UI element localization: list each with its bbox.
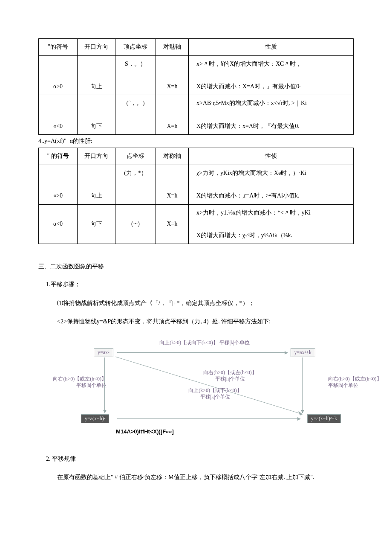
cell-open: 向上 [78, 165, 115, 204]
th-vertex: 顶点坐标 [115, 39, 156, 56]
th-property: 性质 [189, 39, 354, 56]
th-open: 开口方向 [78, 39, 115, 56]
cell-axis: X=h [156, 165, 189, 204]
table-header-row: "的符号 开口方向 顶点坐标 对魅轴 性质 [39, 39, 354, 56]
cell-vertex: (···) [115, 204, 156, 244]
box-bottom-left: y=a(x−h)² [81, 414, 109, 423]
properties-table-1: "的符号 开口方向 顶点坐标 对魅轴 性质 α>0 向上 S，。） X=h x>… [38, 38, 354, 135]
th-open: 开口方向 [78, 148, 115, 165]
cell-open: 向下 [78, 204, 115, 244]
cell-axis: X=h [156, 204, 189, 244]
label-diag-2: 向上(k>0)【或下(k<0)】平移|k|个单位 [179, 387, 251, 401]
table-row: «<0 向下 （ˆ，。） X=h x>ΛB·r,5•Mx的增大而减小：x<√r时… [39, 95, 354, 135]
cell-axis: X=h [156, 95, 189, 135]
step-1-text: ⑴将拊物战解析式转化成顶点式产《「/，『|+*，确定其顶点坐标仅，*）； [57, 298, 354, 308]
cell-property: x>力时，y1.⅛x的增大而减小：*<〃时，yKi X的增大而增大：χ∙⁄∙时，… [189, 204, 354, 244]
th-vertex: 点坐标 [115, 148, 156, 165]
rule-paragraph: 在原有函数的基础上"〃伯正右移·负左移：M值正上移，负下移概括成八个字"左加右减… [38, 472, 354, 482]
label-right-arrow: 向右(h>0)【或左(h<0)】平移|h|个单位 [328, 376, 388, 389]
cell-sign: α<0 [39, 204, 78, 244]
arrow-bottom [117, 418, 300, 419]
box-top-left: y=ax² [94, 348, 113, 357]
table-header-row: " 的符号 开口方向 点坐标 对称轴 性侦 [39, 148, 354, 165]
diagonal-arrow [115, 357, 307, 416]
th-sign: " 的符号 [39, 148, 78, 165]
th-axis: 对称轴 [156, 148, 189, 165]
table-row: α<0 向下 (···) X=h x>力时，y1.⅛x的增大而减小：*<〃时，y… [39, 204, 354, 244]
cell-open: 向下 [78, 95, 115, 135]
cell-vertex: S，。） [115, 55, 156, 95]
step-heading-1: 1.平移步骤； [46, 279, 354, 290]
label-diag-1: 向右(h>0)【或左(h<0)】平移|h|个单位 [194, 369, 266, 383]
translation-diagram: y=ax² y=ax²+k y=a(x−h)² y=a(x−h)²+k 向上(k… [94, 340, 341, 425]
cell-property: x>〃时，¥的X的增大而增大：XC〃时， X的增大而减小：X=A时，」有最小值0… [189, 55, 354, 95]
table-row: α>0 向上 S，。） X=h x>〃时，¥的X的增大而增大：XC〃时， X的增… [39, 55, 354, 95]
cell-axis: X=h [156, 55, 189, 95]
label-left-arrow: 向右(h>0)【或左(h<0)】平移|h|个单位 [47, 376, 107, 389]
arrow-top [117, 352, 288, 353]
cell-vertex: (力，*） [115, 165, 156, 204]
table-row: «>0 向上 (力，*） X=h χ>力时，yKix的增大而增大：Xe时，）·K… [39, 165, 354, 204]
diagram-caption: M14A>0)ItfHt<X))]F»»] [89, 428, 200, 435]
cell-property: x>ΛB·r,5•Mx的增大而减小：x<√r时, >｜Ki X的增大而增大：x=… [189, 95, 354, 135]
cell-sign: α>0 [39, 55, 78, 95]
box-bottom-right: y=a(x−h)²+k [307, 414, 341, 423]
cell-open: 向上 [78, 55, 115, 95]
rule-heading: 2. 平移规律 [46, 453, 354, 464]
svg-line-0 [115, 357, 303, 414]
th-sign: "的符号 [39, 39, 78, 56]
cell-sign: «<0 [39, 95, 78, 135]
step-2-text: <2>保持恤物线y=&P的形态不变，将共顶点平移到（力, 4）处. 许细平移方法… [57, 316, 354, 327]
cell-property: χ>力时，yKix的增大而增大：Xe时，）·Ki X的增大而减小：,r=Λ时，>… [189, 165, 354, 204]
box-top-right: y=ax²+k [291, 348, 315, 357]
cell-sign: «>0 [39, 165, 78, 204]
th-property: 性侦 [189, 148, 354, 165]
mid-formula-label: 4..y=Λ(xf)"+α的性肝: [38, 137, 354, 145]
cell-vertex: （ˆ，。） [115, 95, 156, 135]
th-axis: 对魅轴 [156, 39, 189, 56]
label-top-arrow: 向上(k>0)【或向下(k<0)】 平移|k|个单位 [149, 340, 260, 346]
section-3-title: 三、二次函数图象的平移 [38, 263, 354, 270]
properties-table-2: " 的符号 开口方向 点坐标 对称轴 性侦 «>0 向上 (力，*） X=h χ… [38, 148, 354, 244]
